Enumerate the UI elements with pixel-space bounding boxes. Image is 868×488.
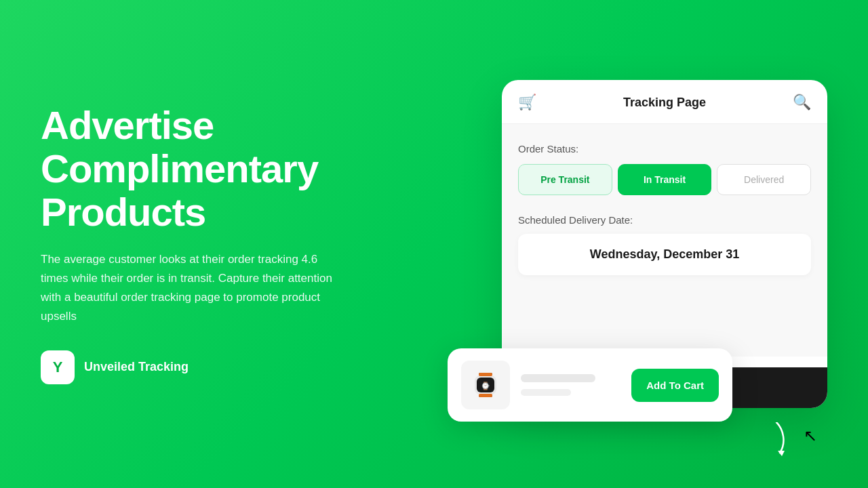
svg-marker-7 [778,451,785,456]
tab-pre-transit[interactable]: Pre Transit [518,164,612,195]
brand-row: Y Unveiled Tracking [41,350,380,384]
watch-svg: ⌚ [468,367,503,403]
phone-header: 🛒 Tracking Page 🔍 [502,80,827,124]
product-card-overlay: ⌚ Add To Cart [448,348,732,422]
cursor-icon: ↖ [804,426,817,445]
svg-rect-6 [479,394,492,397]
order-status-label: Order Status: [518,143,811,155]
phone-body: Order Status: Pre Transit In Transit Del… [502,124,827,291]
svg-rect-5 [479,373,492,376]
delivery-label: Scheduled Delivery Date: [518,214,811,226]
brand-name: Unveiled Tracking [84,360,189,374]
product-title-bar [521,374,595,382]
add-to-cart-button[interactable]: Add To Cart [631,369,719,402]
product-info [521,374,620,396]
description-text: The average customer looks at their orde… [41,250,339,326]
delivery-date: Wednesday, December 31 [518,234,811,275]
page-title: Tracking Page [623,96,706,110]
phone-bottom [502,291,827,357]
product-image: ⌚ [461,361,510,409]
right-panel: 🛒 Tracking Page 🔍 Order Status: Pre Tran… [502,80,827,408]
svg-text:⌚: ⌚ [481,381,490,390]
brand-logo-icon: Y [41,350,75,384]
tab-delivered[interactable]: Delivered [717,164,811,195]
search-icon[interactable]: 🔍 [793,94,811,111]
cart-icon: 🛒 [518,94,536,111]
status-tabs: Pre Transit In Transit Delivered [518,164,811,195]
main-heading: Advertise Complimentary Products [41,104,380,233]
left-panel: Advertise Complimentary Products The ave… [41,104,380,384]
curved-arrow [763,422,790,459]
tab-in-transit[interactable]: In Transit [618,164,712,195]
product-subtitle-bar [521,389,571,396]
